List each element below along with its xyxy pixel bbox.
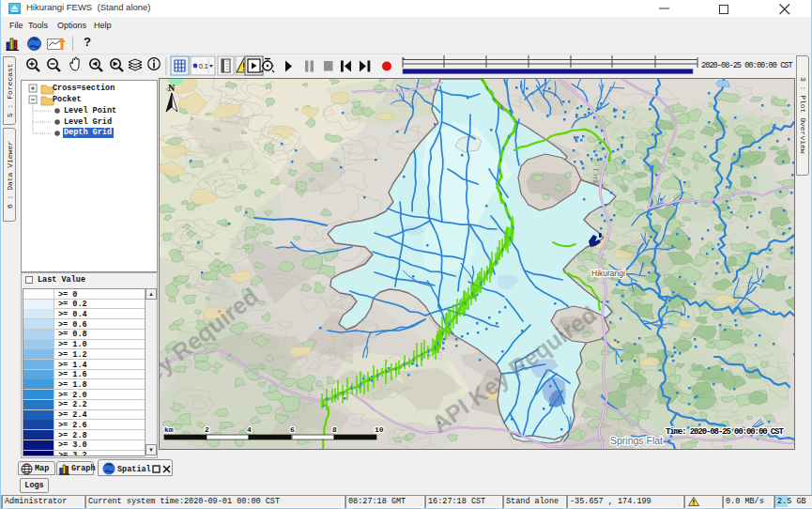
svg-text:10: 10 [375, 425, 384, 434]
svg-text:0.1: 0.1 [199, 63, 208, 69]
svg-text:Time: 2020-08-25 00:00:00 CST: Time: 2020-08-25 00:00:00 CST [666, 427, 784, 437]
svg-text:2: 2 [205, 425, 209, 434]
svg-text:SH 1: SH 1 [591, 167, 600, 184]
svg-text:8: 8 [332, 425, 337, 434]
svg-text:km: km [164, 425, 174, 434]
svg-text:Springs Flat: Springs Flat [610, 435, 663, 446]
svg-text:6: 6 [290, 425, 295, 434]
svg-text:N: N [168, 83, 176, 93]
svg-text:4: 4 [247, 425, 252, 434]
svg-text:Hikurangi: Hikurangi [591, 269, 625, 278]
